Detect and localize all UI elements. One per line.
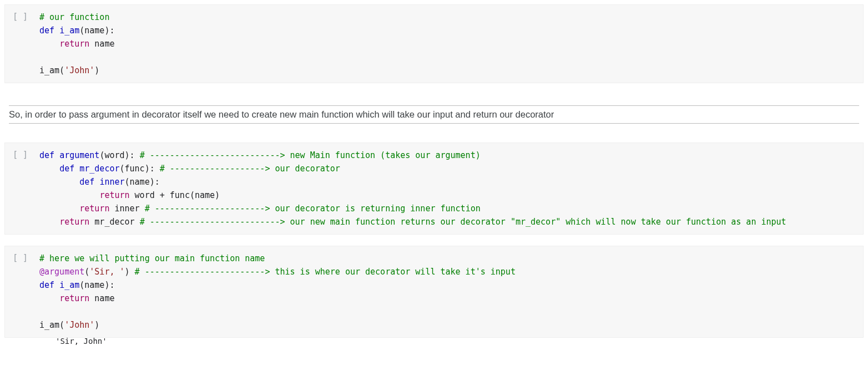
code-cell-2[interactable]: [ ] def argument(word): # --------------…	[4, 143, 864, 235]
code-block[interactable]: def argument(word): # ------------------…	[39, 149, 856, 228]
output-row: 'Sir, John'	[4, 333, 864, 349]
description-text: So, in order to pass argument in decorat…	[9, 109, 859, 120]
code-block[interactable]: # our function def i_am(name): return na…	[39, 11, 856, 77]
execution-indicator: [ ]	[13, 11, 39, 22]
code-cell-3[interactable]: [ ] # here we will putting our main func…	[4, 246, 864, 338]
output-gutter	[12, 337, 39, 346]
execution-indicator: [ ]	[13, 252, 39, 263]
execution-indicator: [ ]	[13, 149, 39, 160]
divider	[9, 105, 859, 106]
code-block[interactable]: # here we will putting our main function…	[39, 252, 856, 332]
code-cell-1[interactable]: [ ] # our function def i_am(name): retur…	[4, 4, 864, 83]
cell-output: 'Sir, John'	[39, 337, 107, 346]
divider	[9, 123, 859, 124]
markdown-cell[interactable]: So, in order to pass argument in decorat…	[4, 94, 864, 135]
